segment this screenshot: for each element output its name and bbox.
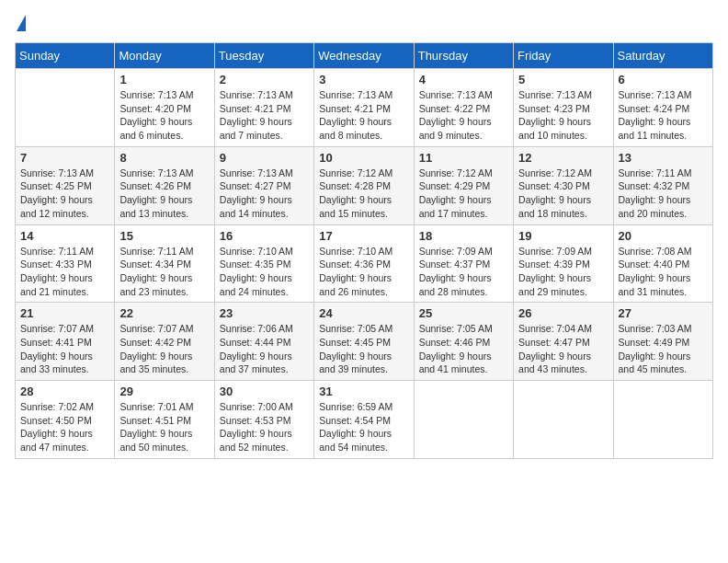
calendar-cell: 27 Sunrise: 7:03 AMSunset: 4:49 PMDaylig… bbox=[613, 303, 712, 381]
day-info: Sunrise: 7:07 AMSunset: 4:42 PMDaylight:… bbox=[119, 322, 209, 376]
day-info: Sunrise: 7:05 AMSunset: 4:45 PMDaylight:… bbox=[319, 322, 408, 376]
calendar-cell: 13 Sunrise: 7:11 AMSunset: 4:32 PMDaylig… bbox=[613, 146, 712, 224]
calendar-cell: 10 Sunrise: 7:12 AMSunset: 4:28 PMDaylig… bbox=[314, 146, 414, 224]
day-number: 17 bbox=[319, 229, 408, 243]
day-info: Sunrise: 7:07 AMSunset: 4:41 PMDaylight:… bbox=[20, 322, 109, 376]
weekday-header-thursday: Thursday bbox=[414, 43, 513, 69]
calendar-cell: 3 Sunrise: 7:13 AMSunset: 4:21 PMDayligh… bbox=[314, 69, 414, 147]
calendar-cell: 17 Sunrise: 7:10 AMSunset: 4:36 PMDaylig… bbox=[314, 224, 414, 303]
calendar-cell: 16 Sunrise: 7:10 AMSunset: 4:35 PMDaylig… bbox=[214, 224, 313, 303]
day-number: 30 bbox=[220, 385, 309, 398]
calendar-cell bbox=[16, 69, 115, 147]
calendar-cell: 23 Sunrise: 7:06 AMSunset: 4:44 PMDaylig… bbox=[214, 303, 313, 381]
calendar-cell: 11 Sunrise: 7:12 AMSunset: 4:29 PMDaylig… bbox=[414, 146, 513, 224]
day-number: 11 bbox=[419, 151, 508, 165]
day-number: 1 bbox=[119, 73, 209, 86]
calendar-cell: 19 Sunrise: 7:09 AMSunset: 4:39 PMDaylig… bbox=[514, 224, 613, 303]
calendar-cell: 18 Sunrise: 7:09 AMSunset: 4:37 PMDaylig… bbox=[414, 224, 513, 303]
day-number: 25 bbox=[419, 306, 508, 320]
calendar-week-row: 28 Sunrise: 7:02 AMSunset: 4:50 PMDaylig… bbox=[16, 381, 713, 459]
calendar-cell: 1 Sunrise: 7:13 AMSunset: 4:20 PMDayligh… bbox=[115, 69, 214, 147]
calendar-cell: 22 Sunrise: 7:07 AMSunset: 4:42 PMDaylig… bbox=[115, 303, 214, 381]
day-number: 2 bbox=[220, 73, 309, 86]
day-info: Sunrise: 7:09 AMSunset: 4:37 PMDaylight:… bbox=[419, 245, 508, 299]
day-number: 20 bbox=[619, 229, 708, 243]
day-number: 28 bbox=[20, 385, 109, 398]
day-number: 19 bbox=[518, 229, 608, 243]
calendar-week-row: 7 Sunrise: 7:13 AMSunset: 4:25 PMDayligh… bbox=[16, 146, 713, 224]
day-number: 18 bbox=[419, 229, 508, 243]
day-number: 15 bbox=[119, 229, 209, 243]
day-info: Sunrise: 7:08 AMSunset: 4:40 PMDaylight:… bbox=[619, 245, 708, 299]
calendar-cell: 29 Sunrise: 7:01 AMSunset: 4:51 PMDaylig… bbox=[115, 381, 214, 459]
weekday-header-friday: Friday bbox=[514, 43, 613, 69]
day-info: Sunrise: 7:06 AMSunset: 4:44 PMDaylight:… bbox=[220, 322, 309, 376]
day-number: 3 bbox=[319, 73, 408, 86]
day-number: 23 bbox=[220, 306, 309, 320]
day-info: Sunrise: 7:12 AMSunset: 4:30 PMDaylight:… bbox=[518, 167, 608, 221]
day-info: Sunrise: 7:13 AMSunset: 4:26 PMDaylight:… bbox=[119, 167, 209, 221]
day-info: Sunrise: 7:12 AMSunset: 4:28 PMDaylight:… bbox=[319, 167, 408, 221]
day-info: Sunrise: 7:10 AMSunset: 4:36 PMDaylight:… bbox=[319, 245, 408, 299]
day-number: 12 bbox=[518, 151, 608, 165]
day-number: 21 bbox=[20, 306, 109, 320]
calendar-cell: 8 Sunrise: 7:13 AMSunset: 4:26 PMDayligh… bbox=[115, 146, 214, 224]
day-number: 14 bbox=[20, 229, 109, 243]
day-info: Sunrise: 7:05 AMSunset: 4:46 PMDaylight:… bbox=[419, 322, 508, 376]
day-info: Sunrise: 7:01 AMSunset: 4:51 PMDaylight:… bbox=[119, 400, 209, 454]
calendar-cell: 4 Sunrise: 7:13 AMSunset: 4:22 PMDayligh… bbox=[414, 69, 513, 147]
day-info: Sunrise: 7:04 AMSunset: 4:47 PMDaylight:… bbox=[518, 322, 608, 376]
calendar-cell: 12 Sunrise: 7:12 AMSunset: 4:30 PMDaylig… bbox=[514, 146, 613, 224]
calendar-cell: 14 Sunrise: 7:11 AMSunset: 4:33 PMDaylig… bbox=[16, 224, 115, 303]
weekday-header-row: SundayMondayTuesdayWednesdayThursdayFrid… bbox=[16, 43, 713, 69]
calendar-cell: 21 Sunrise: 7:07 AMSunset: 4:41 PMDaylig… bbox=[16, 303, 115, 381]
calendar-cell: 25 Sunrise: 7:05 AMSunset: 4:46 PMDaylig… bbox=[414, 303, 513, 381]
calendar-cell: 7 Sunrise: 7:13 AMSunset: 4:25 PMDayligh… bbox=[16, 146, 115, 224]
day-number: 16 bbox=[220, 229, 309, 243]
day-info: Sunrise: 7:13 AMSunset: 4:24 PMDaylight:… bbox=[619, 88, 708, 143]
calendar-cell: 28 Sunrise: 7:02 AMSunset: 4:50 PMDaylig… bbox=[16, 381, 115, 459]
weekday-header-sunday: Sunday bbox=[16, 43, 115, 69]
day-number: 9 bbox=[220, 151, 309, 165]
calendar-cell: 24 Sunrise: 7:05 AMSunset: 4:45 PMDaylig… bbox=[314, 303, 414, 381]
day-info: Sunrise: 7:13 AMSunset: 4:23 PMDaylight:… bbox=[518, 88, 608, 143]
weekday-header-saturday: Saturday bbox=[613, 43, 712, 69]
day-info: Sunrise: 7:13 AMSunset: 4:21 PMDaylight:… bbox=[220, 88, 309, 143]
day-info: Sunrise: 7:11 AMSunset: 4:32 PMDaylight:… bbox=[619, 167, 708, 221]
day-info: Sunrise: 7:10 AMSunset: 4:35 PMDaylight:… bbox=[220, 245, 309, 299]
day-number: 7 bbox=[20, 151, 109, 165]
calendar-cell: 26 Sunrise: 7:04 AMSunset: 4:47 PMDaylig… bbox=[514, 303, 613, 381]
calendar-cell: 30 Sunrise: 7:00 AMSunset: 4:53 PMDaylig… bbox=[214, 381, 313, 459]
day-number: 6 bbox=[619, 73, 708, 86]
logo bbox=[15, 15, 26, 31]
calendar-week-row: 14 Sunrise: 7:11 AMSunset: 4:33 PMDaylig… bbox=[16, 224, 713, 303]
calendar-cell: 15 Sunrise: 7:11 AMSunset: 4:34 PMDaylig… bbox=[115, 224, 214, 303]
day-number: 24 bbox=[319, 306, 408, 320]
day-info: Sunrise: 7:02 AMSunset: 4:50 PMDaylight:… bbox=[20, 400, 109, 454]
day-number: 13 bbox=[619, 151, 708, 165]
calendar-cell: 6 Sunrise: 7:13 AMSunset: 4:24 PMDayligh… bbox=[613, 69, 712, 147]
calendar-cell bbox=[414, 381, 513, 459]
day-info: Sunrise: 7:09 AMSunset: 4:39 PMDaylight:… bbox=[518, 245, 608, 299]
day-number: 29 bbox=[119, 385, 209, 398]
calendar-cell bbox=[514, 381, 613, 459]
day-info: Sunrise: 7:00 AMSunset: 4:53 PMDaylight:… bbox=[220, 400, 309, 454]
calendar-week-row: 1 Sunrise: 7:13 AMSunset: 4:20 PMDayligh… bbox=[16, 69, 713, 147]
calendar-cell bbox=[613, 381, 712, 459]
logo-icon bbox=[17, 15, 26, 31]
day-number: 5 bbox=[518, 73, 608, 86]
day-number: 26 bbox=[518, 306, 608, 320]
day-info: Sunrise: 7:11 AMSunset: 4:34 PMDaylight:… bbox=[119, 245, 209, 299]
day-info: Sunrise: 7:03 AMSunset: 4:49 PMDaylight:… bbox=[619, 322, 708, 376]
weekday-header-monday: Monday bbox=[115, 43, 214, 69]
day-number: 31 bbox=[319, 385, 408, 398]
day-info: Sunrise: 7:13 AMSunset: 4:22 PMDaylight:… bbox=[419, 88, 508, 143]
calendar-cell: 31 Sunrise: 6:59 AMSunset: 4:54 PMDaylig… bbox=[314, 381, 414, 459]
day-info: Sunrise: 7:13 AMSunset: 4:25 PMDaylight:… bbox=[20, 167, 109, 221]
day-info: Sunrise: 7:12 AMSunset: 4:29 PMDaylight:… bbox=[419, 167, 508, 221]
calendar-cell: 20 Sunrise: 7:08 AMSunset: 4:40 PMDaylig… bbox=[613, 224, 712, 303]
calendar-cell: 2 Sunrise: 7:13 AMSunset: 4:21 PMDayligh… bbox=[214, 69, 313, 147]
weekday-header-wednesday: Wednesday bbox=[314, 43, 414, 69]
day-info: Sunrise: 7:13 AMSunset: 4:27 PMDaylight:… bbox=[220, 167, 309, 221]
calendar-table: SundayMondayTuesdayWednesdayThursdayFrid… bbox=[15, 42, 713, 459]
